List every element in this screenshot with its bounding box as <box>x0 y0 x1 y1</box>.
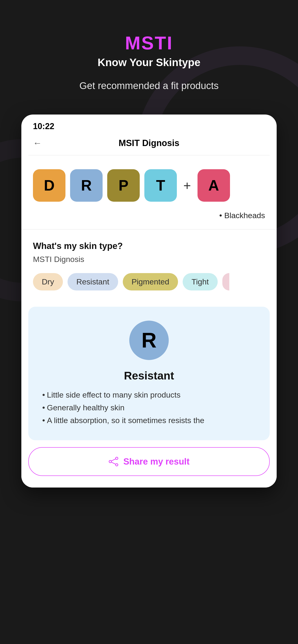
badge-a: A <box>197 169 230 202</box>
status-bar: 10:22 <box>21 114 277 134</box>
tag-partial <box>222 273 229 290</box>
app-subtitle: Know Your Skintype <box>0 56 298 68</box>
nav-title: MSIT Dignosis <box>119 138 179 148</box>
app-title: MSTI <box>0 32 298 54</box>
bullet-2: Generally healthy skin <box>42 403 256 412</box>
phone-mockup: 10:22 ← MSIT Dignosis D R P T + A • Blac… <box>21 114 277 488</box>
svg-line-4 <box>111 462 116 464</box>
skin-type-section: What's my skin type? MSTI Dignosis Dry R… <box>21 229 277 300</box>
skin-diagnosis: MSTI Dignosis <box>33 255 265 264</box>
letter-badges-section: D R P T + A <box>21 155 277 211</box>
share-icon <box>108 456 119 467</box>
back-button[interactable]: ← <box>33 138 42 148</box>
nav-bar: ← MSIT Dignosis <box>21 134 277 155</box>
app-description: Get recommended a fit products <box>0 80 298 91</box>
svg-point-1 <box>116 464 118 466</box>
svg-point-2 <box>109 460 111 463</box>
svg-point-0 <box>116 457 118 460</box>
svg-line-3 <box>111 459 116 461</box>
badge-r: R <box>70 169 103 202</box>
tag-tight[interactable]: Tight <box>183 273 217 290</box>
skin-tags-row: Dry Resistant Pigmented Tight <box>33 273 265 290</box>
badge-p: P <box>107 169 140 202</box>
tag-pigmented[interactable]: Pigmented <box>123 273 178 290</box>
resistant-title: Resistant <box>38 369 260 382</box>
time-display: 10:22 <box>33 122 54 131</box>
resistant-avatar: R <box>129 320 169 360</box>
tag-resistant[interactable]: Resistant <box>68 273 118 290</box>
skin-question: What's my skin type? <box>33 241 265 251</box>
resistant-bullets: Little side effect to many skin products… <box>38 390 260 425</box>
share-button[interactable]: Share my result <box>28 447 270 476</box>
bullet-1: Little side effect to many skin products <box>42 390 256 400</box>
tag-dry[interactable]: Dry <box>33 273 63 290</box>
resistant-card: R Resistant Little side effect to many s… <box>28 307 270 440</box>
badge-d: D <box>33 169 66 202</box>
app-header: MSTI Know Your Skintype Get recommended … <box>0 0 298 105</box>
blackheads-note: • Blackheads <box>21 211 277 229</box>
share-bar: Share my result <box>21 440 277 488</box>
bullet-3: A little absorption, so it sometimes res… <box>42 416 256 425</box>
plus-sign: + <box>183 178 191 193</box>
share-text: Share my result <box>123 457 189 467</box>
badge-t: T <box>144 169 177 202</box>
avatar-letter: R <box>142 328 157 352</box>
